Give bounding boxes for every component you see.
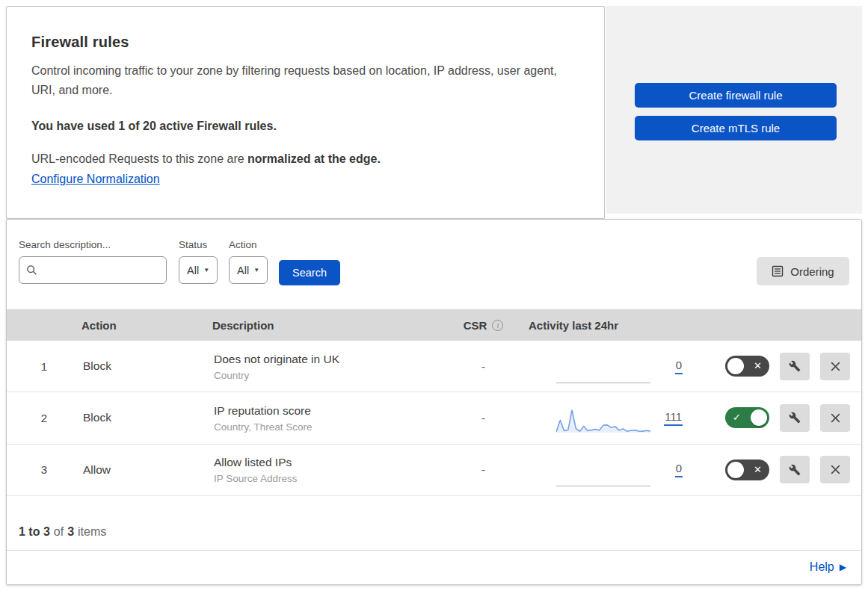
rule-description-cell: IP reputation score Country, Threat Scor… [212, 403, 444, 433]
rule-action: Block [81, 411, 212, 424]
delete-rule-button[interactable] [820, 404, 850, 432]
create-firewall-rule-button[interactable]: Create firewall rule [635, 83, 837, 108]
action-label: Action [229, 239, 268, 250]
arrow-right-icon: ▶ [840, 562, 846, 572]
rule-csr: - [444, 412, 523, 424]
rule-controls: ✓ ✕ [687, 404, 861, 432]
action-dropdown-value: All [237, 264, 249, 276]
firewall-rules-page: Firewall rules Control incoming traffic … [0, 0, 868, 591]
intro-card: Firewall rules Control incoming traffic … [6, 6, 605, 219]
search-group: Search description... [19, 239, 167, 284]
rule-activity-cell: 111 [523, 400, 687, 436]
usage-notice: You have used 1 of 20 active Firewall ru… [31, 120, 574, 133]
header-csr: CSR i [444, 319, 523, 332]
rule-enabled-toggle[interactable]: ✓ ✕ [725, 460, 769, 480]
wrench-icon [789, 464, 801, 476]
rule-description-cell: Does not originate in UK Country [212, 352, 444, 381]
toggle-knob [727, 358, 744, 374]
delete-rule-button[interactable] [820, 353, 850, 380]
range-text: 1 to 3 [19, 525, 50, 539]
rule-csr: - [444, 463, 523, 476]
action-dropdown[interactable]: All ▼ [229, 256, 268, 284]
chevron-down-icon: ▼ [203, 267, 209, 273]
check-icon: ✓ [733, 407, 741, 428]
items-text: items [78, 525, 106, 539]
chevron-down-icon: ▼ [253, 267, 259, 273]
wrench-icon [789, 360, 801, 372]
rule-priority: 2 [7, 412, 81, 424]
toggle-knob [727, 462, 744, 478]
rule-fields: IP Source Address [214, 473, 444, 484]
status-dropdown[interactable]: All ▼ [179, 256, 218, 284]
activity-count-link[interactable]: 111 [664, 410, 683, 426]
search-icon [26, 264, 37, 276]
search-button[interactable]: Search [279, 260, 340, 285]
cross-icon: ✕ [754, 356, 762, 377]
activity-sparkline [556, 460, 650, 486]
edit-rule-button[interactable] [780, 404, 810, 432]
status-label: Status [179, 239, 218, 250]
activity-sparkline [556, 407, 650, 436]
rule-controls: ✓ ✕ [687, 353, 861, 380]
page-title: Firewall rules [31, 34, 574, 51]
search-label: Search description... [19, 239, 167, 250]
edit-rule-button[interactable] [780, 353, 810, 380]
table-header: Action Description CSR i Activity last 2… [7, 309, 861, 341]
search-input[interactable] [43, 264, 159, 276]
rule-description: Does not originate in UK [214, 352, 444, 367]
rule-fields: Country, Threat Score [214, 421, 444, 433]
rule-fields: Country [214, 370, 444, 381]
rule-csr: - [444, 360, 523, 373]
rule-priority: 3 [7, 463, 81, 476]
rule-description: Allow listed IPs [214, 455, 444, 470]
cross-icon: ✕ [754, 460, 762, 480]
activity-sparkline [556, 357, 650, 383]
close-icon [829, 463, 842, 476]
header-action: Action [81, 319, 212, 332]
ordering-button[interactable]: Ordering [757, 257, 849, 285]
rule-description: IP reputation score [214, 403, 444, 418]
rule-activity-cell: 0 [523, 453, 687, 486]
search-box[interactable] [19, 256, 167, 284]
help-label: Help [810, 560, 834, 574]
header-description: Description [212, 319, 444, 332]
info-icon[interactable]: i [492, 320, 503, 331]
rule-action: Block [81, 359, 212, 373]
of-text: of [54, 525, 64, 539]
delete-rule-button[interactable] [820, 456, 850, 483]
page-description: Control incoming traffic to your zone by… [31, 61, 574, 100]
ordering-button-label: Ordering [790, 265, 834, 278]
help-link[interactable]: Help ▶ [810, 560, 846, 574]
table-row: 3 Allow Allow listed IPs IP Source Addre… [7, 445, 861, 496]
rules-list-card: Search description... Status All ▼ Actio… [6, 219, 862, 585]
normalization-text: URL-encoded Requests to this zone are no… [31, 152, 574, 166]
toggle-knob [751, 409, 767, 426]
help-bar: Help ▶ [7, 550, 861, 584]
activity-count-link[interactable]: 0 [675, 359, 683, 374]
table-row: 2 Block IP reputation score Country, Thr… [7, 392, 861, 444]
rule-activity-cell: 0 [523, 350, 687, 383]
edit-rule-button[interactable] [780, 456, 810, 483]
configure-normalization-link[interactable]: Configure Normalization [31, 173, 160, 186]
close-icon [829, 412, 842, 424]
total-text: 3 [67, 525, 74, 539]
rule-priority: 1 [7, 360, 81, 373]
rule-enabled-toggle[interactable]: ✓ ✕ [725, 356, 769, 377]
action-filter-group: Action All ▼ [229, 239, 268, 284]
actions-panel: Create firewall rule Create mTLS rule [606, 6, 862, 214]
table-row: 1 Block Does not originate in UK Country… [7, 341, 861, 392]
rule-action: Allow [81, 463, 212, 477]
close-icon [829, 360, 842, 373]
ordering-icon [772, 265, 784, 277]
create-mtls-rule-button[interactable]: Create mTLS rule [635, 116, 837, 140]
header-activity: Activity last 24hr [523, 319, 687, 332]
activity-count-link[interactable]: 0 [675, 462, 683, 477]
normalization-prefix: URL-encoded Requests to this zone are [31, 152, 247, 165]
status-dropdown-value: All [187, 264, 199, 276]
wrench-icon [789, 412, 801, 424]
rule-controls: ✓ ✕ [687, 456, 861, 483]
rule-description-cell: Allow listed IPs IP Source Address [212, 455, 444, 484]
header-csr-label: CSR [464, 319, 487, 332]
rule-enabled-toggle[interactable]: ✓ ✕ [725, 407, 769, 428]
normalization-bold: normalized at the edge. [247, 152, 381, 165]
